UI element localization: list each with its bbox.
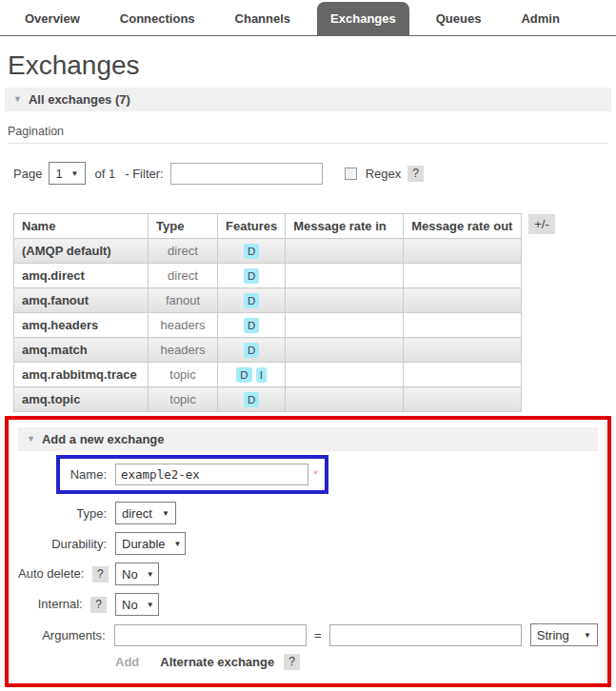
exchange-name-cell[interactable]: amq.headers: [14, 313, 149, 338]
argument-type-select[interactable]: String ▼: [530, 623, 598, 646]
internal-help-button[interactable]: ?: [90, 597, 107, 613]
required-asterisk: *: [313, 467, 318, 482]
message-rate-in-cell: [286, 239, 404, 264]
filter-input[interactable]: [170, 163, 323, 185]
regex-help-button[interactable]: ?: [407, 166, 424, 182]
collapse-triangle-icon: ▼: [13, 95, 22, 104]
top-nav-tabs: Overview Connections Channels Exchanges …: [0, 0, 616, 36]
table-row: amq.directdirectD: [14, 264, 522, 288]
chevron-down-icon: ▼: [162, 509, 169, 518]
alternate-exchange-link[interactable]: Alternate exchange: [160, 655, 274, 669]
argument-key-input[interactable]: [114, 624, 307, 646]
internal-label: Internal: ?: [18, 597, 107, 613]
pagination-controls: Page 1 ▼ of 1 - Filter: Regex ?: [13, 162, 608, 185]
message-rate-out-cell: [404, 387, 522, 412]
durable-badge: D: [236, 367, 251, 383]
page-select[interactable]: 1 ▼: [49, 162, 85, 185]
tab-connections[interactable]: Connections: [107, 2, 209, 35]
durability-label: Durability:: [18, 537, 107, 551]
exchange-name-input[interactable]: [115, 464, 308, 485]
all-exchanges-section-header[interactable]: ▼ All exchanges (7): [5, 88, 611, 111]
message-rate-out-cell: [404, 363, 522, 387]
exchange-features-cell: D: [218, 387, 286, 412]
add-argument-link[interactable]: Add: [115, 655, 139, 669]
exchange-name-cell[interactable]: amq.match: [14, 338, 149, 363]
exchanges-table: Name Type Features Message rate in Messa…: [13, 213, 522, 412]
exchange-type-cell: headers: [149, 338, 218, 363]
exchange-features-cell: DI: [218, 363, 286, 387]
alternate-exchange-help-button[interactable]: ?: [284, 654, 300, 670]
chevron-down-icon: ▼: [71, 169, 79, 178]
message-rate-out-cell: [404, 239, 522, 264]
exchange-name-cell[interactable]: (AMQP default): [14, 239, 149, 264]
header-message-rate-in: Message rate in: [286, 214, 404, 239]
durability-select[interactable]: Durable ▼: [115, 532, 186, 555]
message-rate-in-cell: [286, 338, 404, 363]
exchange-name-cell[interactable]: amq.rabbitmq.trace: [14, 363, 149, 387]
message-rate-in-cell: [286, 387, 404, 412]
type-row: Type: direct ▼: [18, 502, 598, 524]
auto-delete-help-button[interactable]: ?: [92, 566, 109, 582]
message-rate-out-cell: [404, 288, 522, 313]
tab-queues[interactable]: Queues: [423, 2, 495, 35]
all-exchanges-title: All exchanges (7): [29, 92, 130, 107]
add-exchange-title: Add a new exchange: [42, 432, 165, 446]
header-type: Type: [149, 214, 218, 239]
argument-type-select-value: String: [537, 628, 569, 642]
auto-delete-select[interactable]: No ▼: [115, 563, 159, 585]
equals-sign: =: [314, 628, 322, 642]
exchange-name-cell[interactable]: amq.topic: [14, 387, 149, 412]
regex-checkbox[interactable]: [345, 168, 357, 180]
exchange-type-cell: direct: [149, 239, 218, 264]
exchange-type-cell: fanout: [149, 288, 218, 313]
add-exchange-section-header[interactable]: ▼ Add a new exchange: [18, 427, 598, 451]
exchange-name-cell[interactable]: amq.fanout: [14, 288, 149, 313]
column-toggle-button[interactable]: +/-: [528, 214, 555, 234]
auto-delete-label-text: Auto delete:: [18, 566, 84, 581]
internal-select[interactable]: No ▼: [115, 593, 159, 616]
exchange-type-cell: headers: [149, 313, 218, 338]
exchange-features-cell: D: [218, 239, 286, 264]
chevron-down-icon: ▼: [147, 570, 154, 579]
tab-exchanges[interactable]: Exchanges: [317, 2, 409, 35]
arguments-row: Arguments: = String ▼: [18, 623, 598, 646]
name-field-highlight: Name: *: [56, 455, 328, 494]
regex-label: Regex: [366, 167, 402, 181]
table-row: amq.rabbitmq.tracetopicDI: [14, 363, 522, 387]
exchange-features-cell: D: [218, 264, 286, 288]
tab-channels[interactable]: Channels: [222, 2, 305, 35]
durability-row: Durability: Durable ▼: [18, 532, 598, 555]
durable-badge: D: [244, 343, 259, 358]
add-exchange-section: ▼ Add a new exchange Name: * Type: direc…: [5, 416, 611, 687]
durable-badge: D: [244, 318, 259, 333]
name-label: Name:: [67, 467, 107, 482]
exchange-type-cell: topic: [149, 387, 218, 412]
tab-admin[interactable]: Admin: [507, 2, 572, 35]
message-rate-out-cell: [404, 338, 522, 363]
argument-value-input[interactable]: [329, 624, 522, 646]
header-name: Name: [14, 214, 149, 239]
durable-badge: D: [244, 244, 259, 259]
type-label: Type:: [18, 506, 107, 521]
type-select[interactable]: direct ▼: [115, 502, 176, 524]
table-row: amq.fanoutfanoutD: [14, 288, 522, 313]
durability-select-value: Durable: [122, 537, 166, 551]
type-select-value: direct: [122, 506, 152, 521]
exchange-type-cell: topic: [149, 363, 218, 387]
table-row: (AMQP default)directD: [14, 239, 522, 264]
exchange-name-cell[interactable]: amq.direct: [14, 264, 149, 288]
auto-delete-row: Auto delete: ? No ▼: [18, 563, 598, 585]
exchange-features-cell: D: [218, 313, 286, 338]
auto-delete-select-value: No: [122, 567, 138, 582]
pagination-title: Pagination: [8, 125, 608, 144]
exchange-features-cell: D: [218, 288, 286, 313]
exchange-features-cell: D: [218, 338, 286, 363]
message-rate-in-cell: [286, 313, 404, 338]
internal-badge: I: [256, 367, 267, 383]
tab-overview[interactable]: Overview: [11, 2, 93, 35]
message-rate-in-cell: [286, 288, 404, 313]
internal-select-value: No: [122, 598, 138, 612]
durable-badge: D: [244, 392, 259, 407]
message-rate-in-cell: [286, 264, 404, 288]
auto-delete-label: Auto delete: ?: [18, 566, 107, 582]
